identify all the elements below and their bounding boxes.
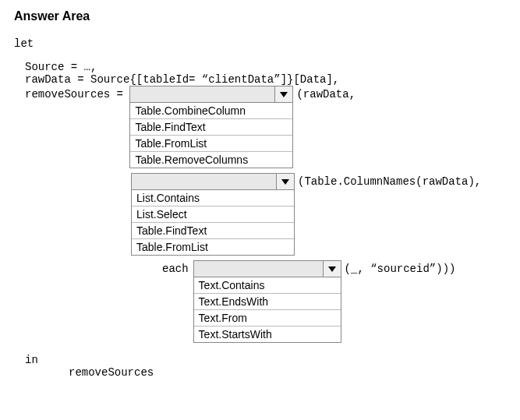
answer-area-title: Answer Area (14, 9, 506, 23)
svg-marker-2 (328, 266, 336, 272)
after-dd1-text: (rawData, (293, 86, 356, 101)
remove-sources-prefix: removeSources = (25, 86, 129, 101)
after-dd2-text: (Table.ColumnNames(rawData), (295, 173, 481, 188)
dropdown-1[interactable]: Table.CombineColumn Table.FindText Table… (129, 86, 293, 168)
dropdown-2[interactable]: List.Contains List.Select Table.FindText… (131, 173, 295, 256)
svg-marker-0 (280, 92, 288, 97)
rawdata-line: rawData = Source{[tableId= “clientData”]… (25, 73, 506, 86)
dropdown-option[interactable]: Text.From (194, 309, 341, 326)
chevron-down-icon (274, 86, 292, 102)
final-expression: removeSources (69, 366, 506, 379)
dropdown-option[interactable]: Text.StartsWith (194, 326, 341, 342)
dropdown-option[interactable]: Table.FindText (130, 118, 292, 135)
dropdown-option[interactable]: Text.EndsWith (194, 293, 341, 309)
dropdown-option[interactable]: Table.FromList (132, 238, 294, 255)
source-line: Source = …, (25, 61, 506, 73)
dropdown-3[interactable]: Text.Contains Text.EndsWith Text.From Te… (193, 260, 341, 343)
dropdown-option[interactable]: Table.CombineColumn (130, 103, 292, 118)
dropdown-option[interactable]: Table.RemoveColumns (130, 151, 292, 168)
in-keyword: in (25, 354, 506, 366)
each-keyword: each (162, 260, 193, 275)
after-dd3-text: (_, “sourceid”))) (341, 260, 456, 275)
dropdown-option[interactable]: Text.Contains (194, 277, 341, 293)
chevron-down-icon (323, 261, 341, 277)
dropdown-option[interactable]: List.Contains (132, 190, 294, 206)
chevron-down-icon (276, 174, 294, 189)
dropdown-option[interactable]: Table.FindText (132, 222, 294, 238)
svg-marker-1 (281, 179, 289, 185)
dropdown-option[interactable]: List.Select (132, 206, 294, 222)
dropdown-option[interactable]: Table.FromList (130, 135, 292, 151)
let-keyword: let (14, 37, 506, 50)
